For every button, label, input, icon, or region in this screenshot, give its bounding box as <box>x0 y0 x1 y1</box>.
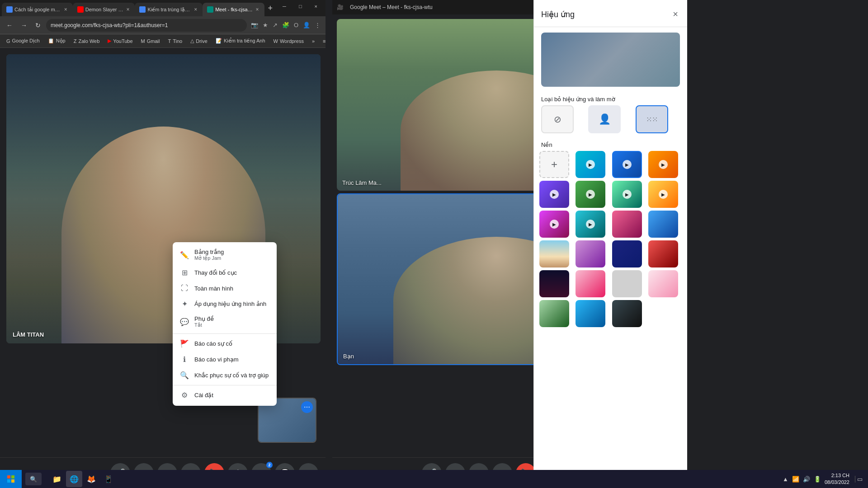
effect-bg-14[interactable] <box>612 240 642 267</box>
menu-item-whiteboard[interactable]: ✏️ Bảng trắng Mở tệp Jam <box>173 245 277 265</box>
profile-icon[interactable]: 👤 <box>302 20 311 30</box>
bookmark-drive[interactable]: △ Drive <box>187 37 211 45</box>
start-button[interactable] <box>0 470 22 488</box>
effect-bg-17[interactable] <box>576 270 605 297</box>
tab-4[interactable]: Meet - fks-cjsa-... × <box>203 3 264 16</box>
menu-item-layout[interactable]: ⊞ Thay đổi bố cục <box>173 265 277 281</box>
opera-icon[interactable]: O <box>292 20 300 30</box>
effect-bg-9[interactable]: ▶ <box>576 211 605 238</box>
bookmark-youtube[interactable]: ▶ YouTube <box>104 37 136 45</box>
effect-bg-2[interactable]: ▶ <box>612 151 642 178</box>
tray-network-icon[interactable]: 📶 <box>792 476 799 483</box>
taskbar-chrome[interactable]: 🌐 <box>66 471 82 487</box>
bookmark-icon[interactable]: ★ <box>261 20 269 30</box>
effects-preview-bg <box>541 33 680 87</box>
effect-bg-20[interactable] <box>539 300 569 327</box>
play-overlay-4: ▶ <box>539 181 569 208</box>
share-icon[interactable]: ↗ <box>271 20 279 30</box>
bookmark-ktra-tieng-anh[interactable]: 📝 Kiểm tra tiếng Anh <box>212 37 269 45</box>
effects-scroll-area[interactable]: Loại bỏ hiệu ứng và làm mờ ⊘ 👤 ⁙⁙ Nền + … <box>534 92 687 488</box>
effect-bg-21[interactable] <box>576 300 605 327</box>
menu-report-issue-label: Báo cáo sự cố <box>194 340 232 347</box>
effects-bg-title: Nền <box>534 138 687 151</box>
tray-sound-icon[interactable]: 🔊 <box>803 476 810 483</box>
tab-close-3[interactable]: × <box>193 6 198 13</box>
camera-icon[interactable]: 📷 <box>250 20 259 30</box>
effect-bg-16[interactable] <box>539 270 569 297</box>
menu-item-effects[interactable]: ✦ Áp dụng hiệu ứng hình ảnh <box>173 296 277 312</box>
menu-item-report-issue[interactable]: 🚩 Báo cáo sự cố <box>173 336 277 352</box>
tab-label-2: Demon Slayer -... <box>85 7 124 12</box>
bookmark-google-dich[interactable]: G Google Dịch <box>3 37 43 45</box>
menu-item-settings[interactable]: ⚙ Cài đặt <box>173 387 277 403</box>
thumbnail-more-button[interactable]: ⋯ <box>301 401 313 413</box>
menu-item-report-violation[interactable]: ℹ Báo cáo vi phạm <box>173 352 277 367</box>
effect-bg-12[interactable] <box>539 240 569 267</box>
reload-button[interactable]: ↻ <box>33 20 43 31</box>
effect-blur-full[interactable]: ⁙⁙ <box>636 105 668 133</box>
tab-close-2[interactable]: × <box>125 6 130 13</box>
taskbar-file-explorer[interactable]: 📁 <box>49 471 65 487</box>
effect-bg-1[interactable]: ▶ <box>576 151 605 178</box>
blur-full-icon: ⁙⁙ <box>646 115 658 124</box>
url-input[interactable] <box>46 19 247 32</box>
close-button[interactable]: × <box>308 0 324 13</box>
show-desktop-button[interactable]: ▭ <box>855 476 863 483</box>
play-button-4: ▶ <box>550 190 559 199</box>
effect-bg-6[interactable]: ▶ <box>612 181 642 208</box>
effect-bg-4[interactable]: ▶ <box>539 181 569 208</box>
taskbar-app-icons: 📁 🌐 🦊 📱 <box>49 471 117 487</box>
tab-2[interactable]: Demon Slayer -... × <box>73 3 135 16</box>
more-options-icon[interactable]: ⋮ <box>313 20 322 30</box>
effects-header: Hiệu ứng × <box>534 0 687 27</box>
effect-bg-3[interactable]: ▶ <box>648 151 678 178</box>
maximize-button[interactable]: □ <box>292 0 308 13</box>
effect-bg-19[interactable] <box>648 270 678 297</box>
captions-icon: 💬 <box>180 318 189 326</box>
new-tab-button[interactable]: + <box>264 4 277 13</box>
effect-add-background[interactable]: + <box>539 151 569 178</box>
effects-close-button[interactable]: × <box>671 7 680 21</box>
effect-bg-18[interactable] <box>612 270 642 297</box>
extensions-icon[interactable]: 🧩 <box>281 20 291 30</box>
effect-bg-7[interactable]: ▶ <box>648 181 678 208</box>
bookmark-wordpress[interactable]: W Wordpress <box>270 38 307 45</box>
tab-label-1: Cách tải google me... <box>14 7 61 13</box>
effect-bg-15[interactable] <box>648 240 678 267</box>
effect-no-effect[interactable]: ⊘ <box>541 105 574 133</box>
minimize-button[interactable]: ─ <box>276 0 292 13</box>
bookmark-nop[interactable]: 📋 Nộp <box>44 37 69 45</box>
tray-battery-icon[interactable]: 🔋 <box>814 476 821 483</box>
time-display[interactable]: 2:13 CH 08/03/2022 <box>825 472 849 486</box>
effect-bg-22[interactable] <box>612 300 642 327</box>
bookmark-zalo[interactable]: Z Zalo Web <box>70 38 104 45</box>
back-button[interactable]: ← <box>4 20 15 31</box>
forward-button[interactable]: → <box>18 20 30 31</box>
tab-close-1[interactable]: × <box>63 6 68 13</box>
reading-list[interactable]: ≡ Reading list <box>319 35 326 47</box>
play-overlay-9: ▶ <box>576 211 605 238</box>
effect-bg-13[interactable] <box>576 240 605 267</box>
menu-item-captions[interactable]: 💬 Phụ đề Tắt <box>173 312 277 332</box>
taskbar-app-4[interactable]: 🦊 <box>83 471 99 487</box>
tab-1[interactable]: Cách tải google me... × <box>2 3 73 16</box>
effect-bg-11[interactable] <box>648 211 678 238</box>
menu-item-troubleshoot[interactable]: 🔍 Khắc phục sự cố và trợ giúp <box>173 367 277 383</box>
effect-bg-5[interactable]: ▶ <box>576 181 605 208</box>
add-bg-icon: + <box>551 158 557 171</box>
bookmark-tino[interactable]: T Tino <box>164 38 186 45</box>
menu-item-fullscreen[interactable]: ⛶ Toàn màn hình <box>173 281 277 296</box>
tab-close-4[interactable]: × <box>255 6 260 13</box>
taskbar-search[interactable]: 🔍 <box>25 473 42 485</box>
play-button-9: ▶ <box>586 220 595 229</box>
system-tray-icons: ▲ 📶 🔊 🔋 <box>783 476 821 483</box>
bookmark-gmail[interactable]: M Gmail <box>137 38 164 45</box>
effect-bg-8[interactable]: ▶ <box>539 211 569 238</box>
taskbar-app-5[interactable]: 📱 <box>100 471 117 487</box>
tab-3[interactable]: Kiểm tra trùng lặp... × <box>135 3 203 16</box>
effects-preview <box>541 33 680 87</box>
tray-up-arrow[interactable]: ▲ <box>783 476 788 483</box>
effect-blur-person[interactable]: 👤 <box>588 105 621 133</box>
effect-bg-10[interactable] <box>612 211 642 238</box>
bookmark-more[interactable]: » <box>308 38 318 45</box>
